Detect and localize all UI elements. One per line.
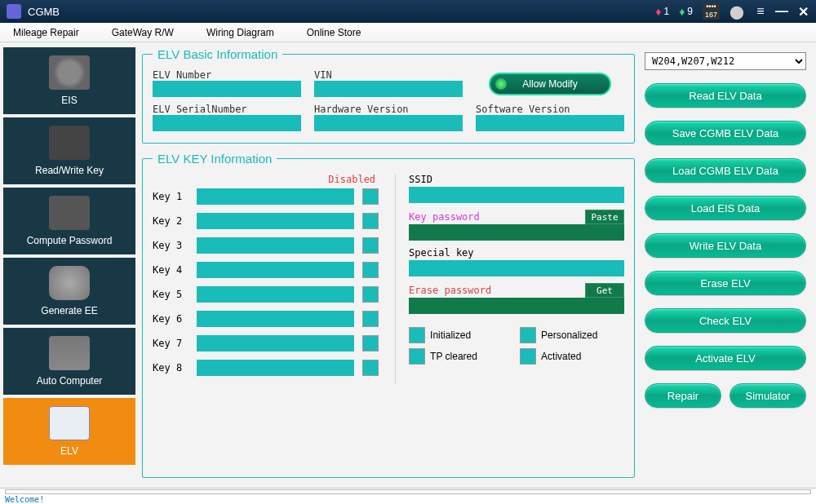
app-title: CGMB — [28, 6, 655, 18]
sidebar-item-auto-computer[interactable]: Auto Computer — [3, 328, 135, 395]
simulator-button[interactable]: Simulator — [730, 383, 806, 408]
key-row-2: Key 2 — [153, 213, 379, 229]
key-row-5: Key 5 — [153, 286, 379, 303]
content-area: ELV Basic Information ELV Number VIN All… — [135, 47, 641, 486]
key2-disabled-checkbox[interactable] — [362, 213, 379, 229]
key-icon — [49, 126, 90, 160]
elv-basic-info-group: ELV Basic Information ELV Number VIN All… — [142, 47, 635, 144]
key4-input[interactable] — [197, 262, 354, 278]
allow-modify-button[interactable]: Allow Modify — [489, 73, 611, 95]
special-key-field: Special key — [409, 247, 624, 276]
sidebar-item-elv[interactable]: ELV — [3, 398, 135, 465]
allow-modify-wrap: Allow Modify — [476, 69, 624, 97]
key8-disabled-checkbox[interactable] — [362, 360, 379, 376]
green-diamond-stat: ♦9 — [679, 5, 693, 18]
minimize-button[interactable]: — — [775, 4, 788, 20]
vin-field: VIN — [314, 69, 463, 97]
key2-input[interactable] — [197, 213, 354, 229]
serial-input[interactable] — [153, 115, 301, 131]
menu-wiring-diagram[interactable]: Wiring Diagram — [206, 27, 274, 38]
erase-elv-button[interactable]: Erase ELV — [645, 271, 806, 295]
key1-input[interactable] — [197, 188, 354, 205]
key6-input[interactable] — [197, 311, 354, 327]
serial-field: ELV SerialNumber — [153, 104, 301, 131]
menu-gateway-rw[interactable]: GateWay R/W — [112, 27, 174, 38]
medal-icon: ⬤ — [730, 4, 744, 20]
key5-input[interactable] — [197, 286, 354, 303]
main-area: EIS Read/Write Key Compute Password Gene… — [0, 42, 816, 488]
key-row-4: Key 4 — [153, 262, 379, 278]
menu-mileage-repair[interactable]: Mileage Repair — [13, 27, 79, 38]
sidebar-item-compute-password[interactable]: Compute Password — [3, 188, 135, 254]
eis-icon — [49, 55, 90, 90]
key-row-6: Key 6 — [153, 311, 379, 327]
key-row-1: Key 1 — [153, 188, 379, 205]
initialized-checkbox[interactable] — [409, 327, 425, 343]
activated-checkbox[interactable] — [520, 348, 536, 365]
elv-number-input[interactable] — [153, 81, 301, 97]
sidebar-item-generate-ee[interactable]: Generate EE — [3, 258, 135, 325]
load-cgmb-elv-data-button[interactable]: Load CGMB ELV Data — [645, 158, 806, 183]
key-row-3: Key 3 — [153, 237, 379, 254]
title-bar: CGMB ♦1 ♦9 ••••167 ⬤ ≡ — ✕ — [0, 0, 816, 23]
disabled-header: Disabled — [153, 174, 379, 185]
ssid-field: SSID — [409, 174, 624, 203]
personalized-checkbox[interactable] — [520, 327, 536, 343]
ssid-input[interactable] — [409, 187, 624, 203]
diamond-red-icon: ♦ — [655, 5, 661, 18]
key-row-8: Key 8 — [153, 360, 379, 376]
key1-disabled-checkbox[interactable] — [362, 188, 379, 205]
key3-disabled-checkbox[interactable] — [362, 237, 379, 254]
tp-cleared-checkbox[interactable] — [409, 348, 425, 365]
titlebar-stats: ♦1 ♦9 ••••167 ⬤ — [655, 3, 744, 20]
diamond-green-icon: ♦ — [679, 5, 685, 18]
get-button[interactable]: Get — [585, 283, 624, 298]
basic-info-legend: ELV Basic Information — [153, 47, 282, 61]
key7-disabled-checkbox[interactable] — [362, 335, 379, 351]
menu-online-store[interactable]: Online Store — [307, 27, 361, 38]
progress-bar — [5, 489, 811, 494]
activate-elv-button[interactable]: Activate ELV — [645, 346, 806, 370]
hw-field: Hardware Version — [314, 104, 463, 131]
sw-input[interactable] — [476, 115, 624, 131]
menu-icon[interactable]: ≡ — [754, 4, 767, 20]
key5-disabled-checkbox[interactable] — [362, 286, 379, 303]
special-key-input[interactable] — [409, 260, 624, 276]
erase-password-input[interactable] — [409, 298, 624, 314]
window-controls: ≡ — ✕ — [754, 4, 809, 20]
paste-button[interactable]: Paste — [585, 210, 624, 224]
counter-box: ••••167 — [703, 3, 720, 20]
key6-disabled-checkbox[interactable] — [362, 311, 379, 327]
right-panel: W204,W207,W212 Read ELV Data Save CGMB E… — [641, 47, 813, 486]
repair-button[interactable]: Repair — [645, 383, 721, 408]
generate-icon — [49, 266, 90, 300]
key4-disabled-checkbox[interactable] — [362, 262, 379, 278]
key-right-column: SSID Key password Paste Special key Eras… — [395, 174, 624, 384]
load-eis-data-button[interactable]: Load EIS Data — [645, 196, 806, 220]
check-elv-button[interactable]: Check ELV — [645, 308, 806, 333]
key-password-input[interactable] — [409, 224, 624, 241]
app-icon — [7, 4, 21, 19]
compute-icon — [49, 196, 90, 230]
key-password-field: Key password Paste — [409, 210, 624, 241]
vin-input[interactable] — [314, 81, 463, 97]
write-elv-data-button[interactable]: Write ELV Data — [645, 233, 806, 258]
save-cgmb-elv-data-button[interactable]: Save CGMB ELV Data — [645, 121, 806, 145]
status-flags: Initialized Personalized TP cleared Acti… — [409, 327, 624, 365]
key-row-7: Key 7 — [153, 335, 379, 351]
close-button[interactable]: ✕ — [796, 4, 809, 20]
sidebar-item-read-write-key[interactable]: Read/Write Key — [3, 117, 135, 184]
key7-input[interactable] — [197, 335, 354, 351]
red-diamond-stat: ♦1 — [655, 5, 669, 18]
key3-input[interactable] — [197, 237, 354, 254]
keys-column: Disabled Key 1 Key 2 Key 3 Key 4 Key 5 K… — [153, 174, 379, 384]
auto-computer-icon — [49, 336, 90, 370]
menu-bar: Mileage Repair GateWay R/W Wiring Diagra… — [0, 23, 816, 42]
status-text: Welcome! — [5, 495, 811, 504]
key8-input[interactable] — [197, 360, 354, 376]
model-select[interactable]: W204,W207,W212 — [645, 52, 806, 70]
read-elv-data-button[interactable]: Read ELV Data — [645, 83, 806, 108]
hw-input[interactable] — [314, 115, 463, 131]
sidebar-item-eis[interactable]: EIS — [3, 47, 135, 114]
key-info-legend: ELV KEY Information — [153, 152, 277, 166]
